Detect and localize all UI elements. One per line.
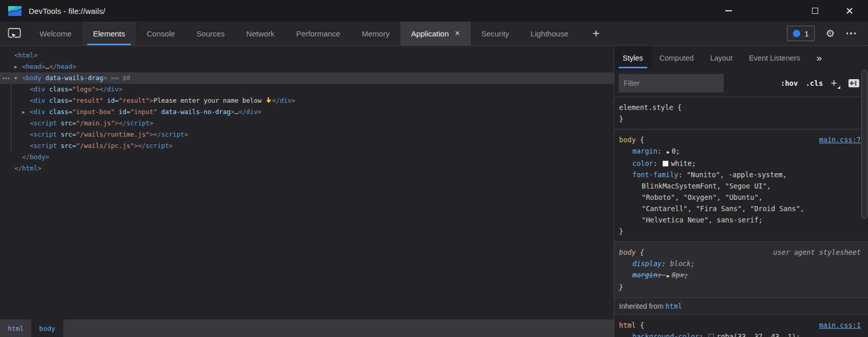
collapse-arrow-icon[interactable]: ▼ — [14, 72, 17, 84]
code-token: </ — [99, 85, 107, 93]
css-property-value: 8px; — [671, 271, 688, 279]
tab-memory[interactable]: Memory — [351, 22, 400, 45]
add-tab-button[interactable]: + — [579, 22, 613, 45]
close-tab-icon[interactable]: × — [455, 29, 459, 38]
code-token: script — [34, 130, 57, 138]
dom-tree-node[interactable]: <html> — [0, 50, 614, 61]
styles-scrollbar[interactable] — [861, 70, 868, 337]
settings-gear-icon[interactable]: ⚙ — [826, 27, 835, 40]
node-more-actions-icon[interactable] — [3, 78, 9, 79]
tab-application[interactable]: Application× — [400, 22, 471, 45]
issues-badge[interactable]: 1 — [787, 26, 814, 41]
chat-bubble-icon — [793, 29, 801, 38]
css-selector: html — [619, 320, 636, 331]
css-selector-line[interactable]: body {user agent stylesheet — [619, 247, 861, 258]
code-token: Please enter your name below — [153, 97, 265, 104]
open-brace: { — [636, 134, 644, 145]
code-token: </ — [22, 153, 30, 161]
dom-tree-node[interactable]: ▶<head>…</head> — [0, 61, 614, 72]
code-token: src= — [57, 119, 76, 127]
more-tabs-icon[interactable]: » — [816, 46, 822, 70]
toggle-hover-state-button[interactable]: :hov — [781, 79, 798, 87]
toggle-class-button[interactable]: .cls — [805, 79, 823, 87]
tab-security[interactable]: Security — [471, 22, 520, 45]
code-token: < — [30, 108, 34, 116]
scrollbar-thumb[interactable] — [861, 70, 867, 219]
expand-arrow-icon[interactable]: ▶ — [22, 106, 25, 118]
tab-label: Security — [481, 29, 509, 38]
breadcrumb-item-body[interactable]: body — [31, 320, 63, 337]
more-options-icon[interactable] — [846, 32, 856, 34]
node-markup: <script src="/wails/runtime.js"></script… — [0, 129, 188, 140]
toggle-sidebar-icon[interactable] — [848, 79, 860, 88]
tab-elements[interactable]: Elements — [82, 22, 136, 45]
dom-tree-node[interactable]: <script src="/wails/runtime.js"></script… — [0, 129, 614, 140]
dom-tree-node[interactable]: <div class="logo"></div> — [0, 84, 614, 95]
colon: : — [662, 259, 670, 268]
code-token: < — [30, 85, 34, 93]
minimize-button[interactable] — [717, 0, 740, 22]
sidebar-tab-computed[interactable]: Computed — [651, 46, 702, 70]
new-style-rule-button[interactable]: + — [831, 77, 840, 90]
css-property-name: margin — [632, 271, 658, 279]
css-property-row[interactable]: display: block; — [619, 258, 861, 269]
code-token: > — [258, 108, 262, 116]
expand-value-icon[interactable]: ▶ — [667, 270, 669, 282]
code-token: > — [45, 153, 49, 161]
dom-tree-node[interactable]: <script src="/wails/ipc.js"></script> — [0, 140, 614, 152]
css-selector-line[interactable]: element.style { — [619, 102, 861, 113]
code-token: src= — [57, 142, 76, 149]
expand-value-icon[interactable]: ▶ — [667, 146, 669, 158]
tab-sources[interactable]: Sources — [186, 22, 236, 45]
stylesheet-link[interactable]: main.css:7 — [819, 134, 861, 145]
code-token: > — [184, 130, 188, 138]
css-value-wrap-line: "Roboto", "Oxygen", "Ubuntu", — [619, 192, 861, 203]
open-brace: { — [673, 102, 682, 113]
close-brace: } — [619, 282, 861, 293]
code-token: "result" — [119, 97, 149, 104]
code-token: id= — [115, 108, 130, 116]
inherited-node-link[interactable]: html — [665, 302, 682, 310]
dom-tree-node[interactable]: </html> — [0, 163, 614, 174]
dom-tree-node[interactable]: <script src="/main.js"></script> — [0, 118, 614, 129]
css-property-row[interactable]: font-family: "Nunito", -apple-system, — [619, 169, 861, 180]
css-property-row[interactable]: color: white; — [619, 158, 861, 169]
stylesheet-link[interactable]: main.css:1 — [819, 320, 861, 331]
sidebar-tab-layout[interactable]: Layout — [702, 46, 741, 70]
breadcrumb-item-html[interactable]: html — [0, 320, 31, 337]
expand-arrow-icon[interactable]: ▶ — [14, 61, 17, 72]
code-token: div — [34, 85, 46, 93]
node-markup: </html> — [0, 163, 42, 174]
tab-network[interactable]: Network — [236, 22, 285, 45]
elements-panel: <html>▶<head>…</head>▼<body data-wails-d… — [0, 46, 614, 337]
dom-tree-node[interactable]: ▶<div class="input-box" id="input" data-… — [0, 106, 614, 118]
inspect-device-icon[interactable] — [0, 22, 29, 45]
code-token: == $0 — [107, 74, 130, 82]
code-token: </ — [138, 142, 146, 149]
close-button[interactable]: ✕ — [838, 0, 861, 22]
tab-performance[interactable]: Performance — [285, 22, 351, 45]
css-property-row[interactable]: margin: ▶0; — [619, 145, 861, 158]
sidebar-tab-event-listeners[interactable]: Event Listeners — [741, 46, 808, 70]
css-property-row[interactable]: background-color: rgba(33, 37, 43, 1); — [619, 331, 861, 337]
dom-tree-node[interactable]: ▼<body data-wails-drag> == $0 — [0, 72, 614, 84]
color-swatch[interactable] — [663, 161, 668, 166]
code-token: > — [149, 130, 153, 138]
maximize-button[interactable] — [803, 0, 827, 22]
css-selector: body — [619, 247, 636, 258]
color-swatch[interactable] — [708, 334, 714, 337]
tab-console[interactable]: Console — [136, 22, 186, 45]
code-token: head — [57, 63, 72, 70]
tab-welcome[interactable]: Welcome — [29, 22, 82, 45]
css-property-row[interactable]: margin: ▶8px; — [619, 269, 861, 282]
css-selector-line[interactable]: html {main.css:1 — [619, 320, 861, 331]
css-selector-line[interactable]: body {main.css:7 — [619, 134, 861, 145]
sidebar-tab-styles[interactable]: Styles — [614, 46, 651, 70]
code-token: div — [34, 108, 46, 116]
code-token: > — [72, 63, 76, 70]
dom-tree-node[interactable]: </body> — [0, 152, 614, 163]
styles-filter-input[interactable] — [619, 74, 724, 92]
dom-tree-node[interactable]: <div class="result" id="result">Please e… — [0, 95, 614, 106]
tab-lighthouse[interactable]: Lighthouse — [520, 22, 579, 45]
styles-sidebar: StylesComputedLayoutEvent Listeners» :ho… — [614, 46, 868, 337]
